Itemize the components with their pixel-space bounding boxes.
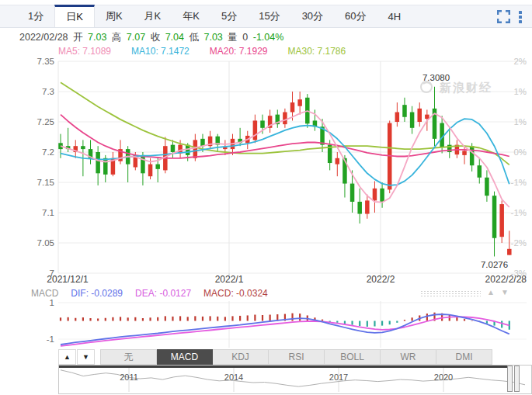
period-tab-60分[interactable]: 60分 bbox=[334, 5, 377, 27]
indicator-tab-无[interactable]: 无 bbox=[101, 349, 157, 365]
macd-chart[interactable]: 1-1 bbox=[0, 300, 532, 351]
ma-legend-item: MA10: 7.1472 bbox=[131, 46, 190, 57]
macd-values: DIF: -0.0289DEA: -0.0127MACD: -0.0324 bbox=[71, 288, 280, 299]
candles-layer bbox=[58, 87, 511, 257]
svg-text:2021/12/1: 2021/12/1 bbox=[47, 274, 89, 285]
svg-text:-1%: -1% bbox=[511, 178, 527, 187]
period-tab-15分[interactable]: 15分 bbox=[248, 5, 290, 27]
volume-label: 量 bbox=[228, 32, 238, 43]
period-tabs: 1分日K周K月K年K5分15分30分60分4H bbox=[17, 5, 412, 27]
macd-histogram bbox=[61, 313, 509, 330]
indicator-tabbar: ▲ ▼ 无MACDKDJRSIBOLLWRDMI bbox=[58, 349, 532, 365]
change-percent: -1.04% bbox=[253, 32, 284, 43]
low-annotation: 7.0276 bbox=[481, 260, 508, 269]
svg-text:1%: 1% bbox=[513, 87, 527, 96]
svg-text:7.25: 7.25 bbox=[37, 117, 54, 126]
svg-text:0%: 0% bbox=[513, 147, 527, 157]
indicator-tabs: 无MACDKDJRSIBOLLWRDMI bbox=[100, 349, 492, 365]
svg-text:7.05: 7.05 bbox=[37, 238, 54, 248]
svg-text:2022/2/28: 2022/2/28 bbox=[485, 274, 527, 285]
macd-value-item: DIF: -0.0289 bbox=[71, 288, 123, 299]
main-chart[interactable]: 新浪财经7.357.37.257.27.157.17.0572%1%1%0%-1… bbox=[0, 56, 532, 289]
close-label: 收 bbox=[151, 32, 161, 43]
kebab-menu-icon[interactable] bbox=[518, 10, 523, 23]
period-tab-4H[interactable]: 4H bbox=[377, 5, 412, 27]
volume-value: 0 bbox=[242, 32, 248, 43]
period-tab-周K[interactable]: 周K bbox=[95, 5, 134, 27]
timeline-scrubber[interactable]: 2011201420172020 bbox=[58, 365, 532, 394]
macd-panel-title: MACD bbox=[31, 288, 58, 299]
close-value: 7.04 bbox=[165, 32, 184, 43]
indicator-tab-KDJ[interactable]: KDJ bbox=[213, 349, 269, 365]
tabbar-spacer bbox=[412, 5, 497, 27]
high-value: 7.07 bbox=[127, 32, 145, 43]
svg-text:-1%: -1% bbox=[511, 208, 527, 217]
macd-info-row: MACDDIF: -0.0289DEA: -0.0127MACD: -0.032… bbox=[31, 288, 532, 299]
svg-text:7.15: 7.15 bbox=[37, 178, 54, 187]
indicator-tab-BOLL[interactable]: BOLL bbox=[325, 349, 381, 365]
svg-text:-2%: -2% bbox=[511, 238, 527, 248]
indicator-tab-MACD[interactable]: MACD bbox=[157, 349, 213, 365]
indicator-tab-DMI[interactable]: DMI bbox=[436, 349, 492, 365]
low-label: 低 bbox=[189, 32, 199, 43]
period-tab-日K[interactable]: 日K bbox=[54, 5, 95, 27]
ma-legend-item: MA20: 7.1929 bbox=[210, 46, 268, 57]
ma-legend-item: MA30: 7.1786 bbox=[287, 46, 346, 57]
dea-line bbox=[61, 317, 509, 346]
low-value: 7.03 bbox=[203, 32, 222, 43]
macd-value-item: DEA: -0.0127 bbox=[135, 288, 191, 299]
resize-grip[interactable] bbox=[420, 290, 481, 297]
svg-text:1: 1 bbox=[50, 300, 54, 307]
indicator-tab-WR[interactable]: WR bbox=[381, 349, 436, 365]
quote-date: 2022/02/28 bbox=[19, 32, 68, 43]
tabbar-icons bbox=[497, 5, 532, 27]
fullscreen-icon[interactable] bbox=[497, 10, 510, 23]
selected-range-bar bbox=[59, 366, 507, 368]
pane-collapse-icon[interactable]: ▼ bbox=[501, 288, 509, 296]
tabbar-left-pad bbox=[0, 5, 17, 27]
svg-text:2%: 2% bbox=[513, 57, 527, 66]
period-tab-30分[interactable]: 30分 bbox=[291, 5, 334, 27]
open-value: 7.03 bbox=[88, 32, 106, 43]
indicator-up-button[interactable]: ▲ bbox=[58, 349, 76, 365]
pane-expand-icon[interactable]: ▲ bbox=[487, 288, 495, 296]
macd-value-item: MACD: -0.0324 bbox=[203, 288, 268, 299]
high-annotation: 7.3080 bbox=[422, 73, 450, 82]
ma-legend: MA5: 7.1089MA10: 7.1472MA20: 7.1929MA30:… bbox=[58, 46, 366, 57]
indicator-down-button[interactable]: ▼ bbox=[77, 349, 95, 365]
svg-text:新浪财经: 新浪财经 bbox=[439, 81, 492, 94]
svg-text:2022/1: 2022/1 bbox=[215, 274, 244, 285]
quote-info-row: 2022/02/28 开 7.03 高 7.07 收 7.04 低 7.03 量… bbox=[19, 31, 286, 44]
high-label: 高 bbox=[112, 32, 122, 43]
svg-text:7.35: 7.35 bbox=[37, 57, 54, 66]
indicator-tab-RSI[interactable]: RSI bbox=[269, 349, 325, 365]
svg-text:1%: 1% bbox=[513, 117, 527, 126]
open-label: 开 bbox=[73, 32, 83, 43]
period-tab-月K[interactable]: 月K bbox=[134, 5, 172, 27]
period-tab-1分[interactable]: 1分 bbox=[17, 5, 54, 27]
range-handle[interactable] bbox=[507, 366, 520, 392]
period-tabbar: 1分日K周K月K年K5分15分30分60分4H bbox=[0, 5, 532, 28]
period-tab-5分[interactable]: 5分 bbox=[210, 5, 248, 27]
timeline-sparkline bbox=[59, 366, 530, 392]
svg-text:7.2: 7.2 bbox=[42, 147, 54, 157]
kline-chart-widget: 1分日K周K月K年K5分15分30分60分4H 2022/02/28 开 7.0… bbox=[0, 0, 532, 395]
svg-text:-1: -1 bbox=[47, 334, 54, 344]
svg-text:2022/2: 2022/2 bbox=[367, 274, 395, 285]
svg-text:7.1: 7.1 bbox=[42, 208, 54, 217]
ma-legend-item: MA5: 7.1089 bbox=[58, 46, 111, 57]
svg-text:7.3: 7.3 bbox=[42, 87, 54, 96]
period-tab-年K[interactable]: 年K bbox=[172, 5, 210, 27]
